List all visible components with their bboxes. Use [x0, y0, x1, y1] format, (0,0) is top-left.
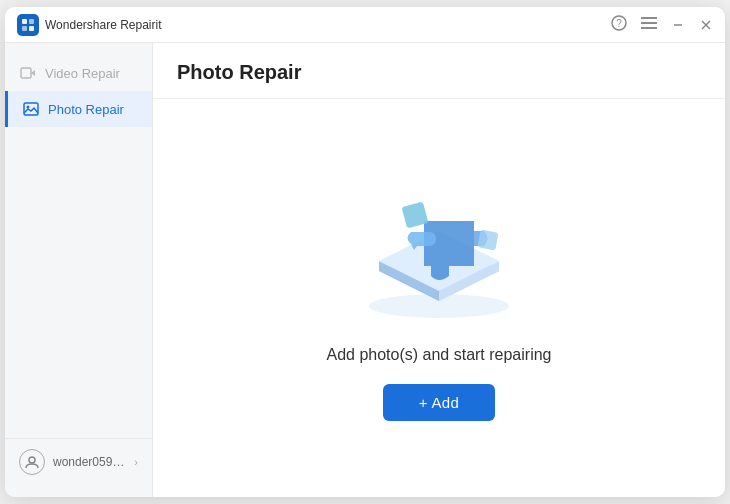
svg-rect-2: [22, 26, 27, 31]
minimize-button[interactable]: [671, 18, 685, 32]
svg-rect-3: [29, 26, 34, 31]
help-icon[interactable]: ?: [611, 15, 627, 34]
svg-rect-12: [21, 68, 31, 78]
empty-state-illustration: [349, 176, 529, 326]
main-body: Add photo(s) and start repairing + Add: [153, 99, 725, 497]
username-label: wonder059@16...: [53, 455, 126, 469]
svg-rect-1: [29, 19, 34, 24]
titlebar: Wondershare Repairit ?: [5, 7, 725, 43]
video-repair-icon: [19, 65, 37, 81]
user-account[interactable]: wonder059@16... ›: [5, 438, 152, 485]
main-panel: Photo Repair: [153, 43, 725, 497]
content-area: Video Repair Photo Repair: [5, 43, 725, 497]
sidebar-item-photo-repair[interactable]: Photo Repair: [5, 91, 152, 127]
sidebar-item-video-repair[interactable]: Video Repair: [5, 55, 152, 91]
window-controls: ?: [611, 15, 713, 34]
svg-rect-0: [22, 19, 27, 24]
svg-text:?: ?: [616, 18, 622, 29]
logo-icon: [17, 14, 39, 36]
close-button[interactable]: [699, 18, 713, 32]
app-window: Wondershare Repairit ?: [5, 7, 725, 497]
app-name-label: Wondershare Repairit: [45, 18, 162, 32]
svg-point-15: [27, 106, 30, 109]
app-logo: Wondershare Repairit: [17, 14, 611, 36]
sidebar-item-photo-repair-label: Photo Repair: [48, 102, 124, 117]
photo-repair-icon: [22, 101, 40, 117]
svg-point-16: [29, 457, 35, 463]
svg-rect-19: [478, 229, 499, 250]
menu-icon[interactable]: [641, 16, 657, 33]
page-title: Photo Repair: [177, 61, 701, 84]
sidebar: Video Repair Photo Repair: [5, 43, 153, 497]
empty-state-text: Add photo(s) and start repairing: [326, 346, 551, 364]
sidebar-item-video-repair-label: Video Repair: [45, 66, 120, 81]
svg-rect-14: [24, 103, 38, 115]
user-avatar-icon: [19, 449, 45, 475]
chevron-right-icon: ›: [134, 456, 138, 468]
add-button[interactable]: + Add: [383, 384, 495, 421]
main-header: Photo Repair: [153, 43, 725, 99]
